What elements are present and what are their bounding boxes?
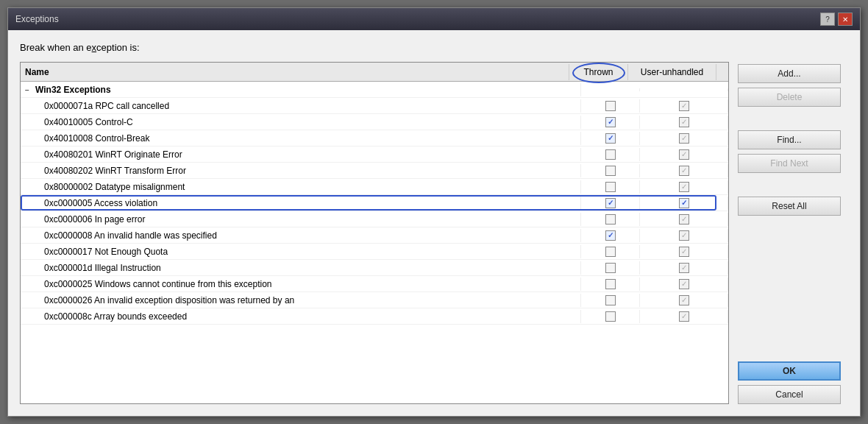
unhandled-checkbox[interactable]	[640, 99, 728, 113]
table-body[interactable]: −Win32 Exceptions0x0000071a RPC call can…	[21, 82, 728, 403]
find-next-button[interactable]: Find Next	[738, 154, 841, 173]
table-header: Name Thrown User-unhandled	[21, 63, 728, 82]
checkbox-unhandled[interactable]	[679, 166, 689, 176]
dialog-body: Break when an exception is: Name Thrown …	[8, 30, 860, 416]
thrown-checkbox[interactable]	[581, 99, 640, 113]
checkbox-unhandled[interactable]	[679, 182, 689, 192]
checkbox-thrown[interactable]	[605, 101, 616, 111]
reset-all-button[interactable]: Reset All	[738, 197, 841, 216]
unhandled-checkbox[interactable]	[640, 310, 728, 323]
ok-button[interactable]: OK	[738, 361, 841, 381]
col-thrown-header: Thrown	[569, 64, 628, 80]
unhandled-checkbox[interactable]	[640, 278, 728, 291]
thrown-checkbox[interactable]	[581, 310, 640, 323]
checkbox-thrown[interactable]	[605, 117, 616, 127]
table-row[interactable]: 0x80000002 Datatype misalignment	[21, 179, 728, 195]
dialog-title: Exceptions	[15, 14, 59, 24]
checkbox-thrown[interactable]	[605, 247, 616, 257]
find-button[interactable]: Find...	[738, 130, 841, 149]
unhandled-checkbox[interactable]	[640, 132, 728, 145]
table-row[interactable]: 0xc0000026 An invalid exception disposit…	[21, 292, 728, 308]
table-row[interactable]: 0xc0000017 Not Enough Quota	[21, 244, 728, 260]
delete-button[interactable]: Delete	[738, 88, 841, 107]
checkbox-unhandled[interactable]	[679, 133, 689, 144]
table-row[interactable]: 0xc000008c Array bounds exceeded	[21, 308, 728, 325]
thrown-checkbox[interactable]	[581, 88, 640, 91]
unhandled-checkbox[interactable]	[640, 229, 728, 242]
thrown-checkbox[interactable]	[581, 132, 640, 145]
checkbox-unhandled[interactable]	[679, 214, 689, 225]
table-row[interactable]: −Win32 Exceptions	[21, 82, 728, 98]
cancel-button[interactable]: Cancel	[738, 385, 841, 404]
exception-name-cell: 0x40080201 WinRT Originate Error	[21, 148, 581, 161]
checkbox-thrown[interactable]	[605, 295, 616, 305]
help-button[interactable]: ?	[820, 13, 835, 26]
checkbox-thrown[interactable]	[605, 198, 616, 208]
checkbox-thrown[interactable]	[605, 311, 616, 322]
unhandled-checkbox[interactable]	[640, 197, 728, 210]
thrown-checkbox[interactable]	[581, 278, 640, 291]
thrown-checkbox[interactable]	[581, 261, 640, 275]
checkbox-unhandled[interactable]	[679, 247, 689, 257]
col-name-header: Name	[21, 64, 569, 80]
thrown-checkbox[interactable]	[581, 213, 640, 226]
unhandled-checkbox[interactable]	[640, 164, 728, 177]
checkbox-thrown[interactable]	[605, 133, 616, 144]
checkbox-unhandled[interactable]	[679, 198, 689, 208]
exception-name-cell: 0x40010005 Control-C	[21, 116, 581, 129]
thrown-checkbox[interactable]	[581, 197, 640, 210]
checkbox-thrown[interactable]	[605, 230, 616, 241]
exceptions-table: Name Thrown User-unhandled −Win32 Except…	[20, 62, 729, 404]
tree-toggle-icon[interactable]: −	[25, 86, 34, 94]
unhandled-checkbox[interactable]	[640, 88, 728, 91]
exception-name-cell: 0xc0000017 Not Enough Quota	[21, 245, 581, 258]
checkbox-unhandled[interactable]	[679, 263, 689, 273]
add-button[interactable]: Add...	[738, 64, 841, 83]
thrown-checkbox[interactable]	[581, 116, 640, 129]
table-row[interactable]: 0xc0000008 An invalid handle was specifi…	[21, 227, 728, 244]
thrown-checkbox[interactable]	[581, 229, 640, 242]
checkbox-unhandled[interactable]	[679, 149, 689, 160]
table-row[interactable]: 0x40080201 WinRT Originate Error	[21, 146, 728, 163]
table-row[interactable]: 0xc0000006 In page error	[21, 211, 728, 227]
table-row[interactable]: 0x40010008 Control-Break	[21, 130, 728, 146]
checkbox-unhandled[interactable]	[679, 101, 689, 111]
checkbox-thrown[interactable]	[605, 214, 616, 225]
table-row[interactable]: 0x0000071a RPC call cancelled	[21, 98, 728, 114]
exception-name-cell: 0x40080202 WinRT Transform Error	[21, 164, 581, 177]
exception-name-cell: 0xc000001d Illegal Instruction	[21, 261, 581, 275]
checkbox-unhandled[interactable]	[679, 230, 689, 241]
checkbox-thrown[interactable]	[605, 279, 616, 289]
unhandled-checkbox[interactable]	[640, 261, 728, 275]
table-row[interactable]: 0x40080202 WinRT Transform Error	[21, 163, 728, 179]
unhandled-checkbox[interactable]	[640, 213, 728, 226]
checkbox-unhandled[interactable]	[679, 279, 689, 289]
thrown-checkbox[interactable]	[581, 294, 640, 307]
checkbox-thrown[interactable]	[605, 263, 616, 273]
thrown-checkbox[interactable]	[581, 164, 640, 177]
thrown-checkbox[interactable]	[581, 148, 640, 161]
table-row[interactable]: 0x40010005 Control-C	[21, 114, 728, 130]
checkbox-unhandled[interactable]	[679, 311, 689, 322]
close-button[interactable]: ✕	[838, 13, 853, 26]
exception-name-cell: 0x80000002 Datatype misalignment	[21, 180, 581, 194]
table-row[interactable]: 0xc0000005 Access violation	[21, 195, 728, 211]
checkbox-unhandled[interactable]	[679, 295, 689, 305]
unhandled-checkbox[interactable]	[640, 294, 728, 307]
title-bar-controls: ? ✕	[820, 13, 853, 26]
thrown-checkbox[interactable]	[581, 245, 640, 258]
checkbox-thrown[interactable]	[605, 149, 616, 160]
checkbox-thrown[interactable]	[605, 182, 616, 192]
checkbox-unhandled[interactable]	[679, 117, 689, 127]
thrown-checkbox[interactable]	[581, 180, 640, 194]
checkbox-thrown[interactable]	[605, 166, 616, 176]
break-label: Break when an exception is:	[20, 42, 729, 53]
col-unhandled-header: User-unhandled	[628, 64, 716, 80]
table-row[interactable]: 0xc0000025 Windows cannot continue from …	[21, 276, 728, 292]
unhandled-checkbox[interactable]	[640, 245, 728, 258]
unhandled-checkbox[interactable]	[640, 180, 728, 194]
unhandled-checkbox[interactable]	[640, 148, 728, 161]
table-row[interactable]: 0xc000001d Illegal Instruction	[21, 260, 728, 276]
unhandled-checkbox[interactable]	[640, 116, 728, 129]
left-panel: Break when an exception is: Name Thrown …	[20, 42, 729, 404]
